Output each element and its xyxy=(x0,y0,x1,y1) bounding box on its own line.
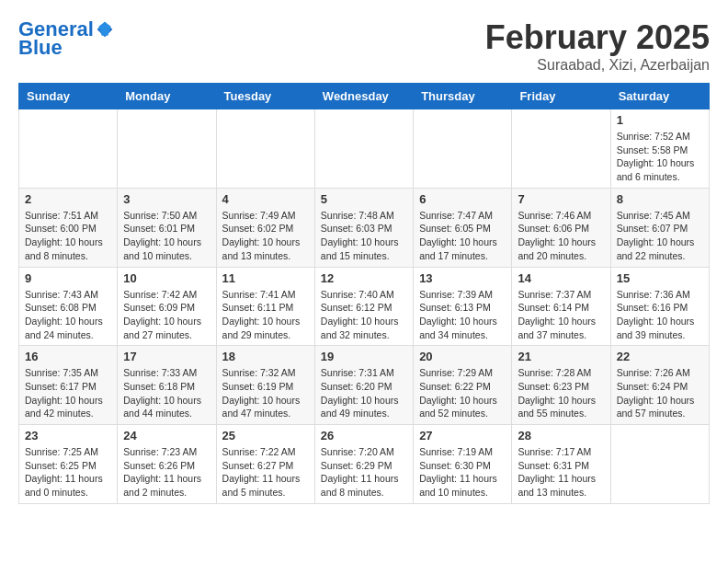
day-number: 23 xyxy=(25,429,111,442)
day-info: Sunrise: 7:19 AM Sunset: 6:30 PM Dayligh… xyxy=(419,445,506,500)
calendar-cell: 19Sunrise: 7:31 AM Sunset: 6:20 PM Dayli… xyxy=(314,346,413,425)
day-number: 22 xyxy=(617,350,703,363)
day-number: 9 xyxy=(25,271,111,285)
day-info: Sunrise: 7:50 AM Sunset: 6:01 PM Dayligh… xyxy=(123,209,210,263)
day-number: 5 xyxy=(321,192,407,206)
day-number: 27 xyxy=(419,429,506,442)
day-info: Sunrise: 7:32 AM Sunset: 6:19 PM Dayligh… xyxy=(222,366,309,420)
calendar-cell: 27Sunrise: 7:19 AM Sunset: 6:30 PM Dayli… xyxy=(414,425,512,504)
day-info: Sunrise: 7:26 AM Sunset: 6:24 PM Dayligh… xyxy=(617,366,703,420)
day-info: Sunrise: 7:28 AM Sunset: 6:23 PM Dayligh… xyxy=(518,366,604,420)
day-info: Sunrise: 7:37 AM Sunset: 6:14 PM Dayligh… xyxy=(518,288,604,342)
day-header-friday: Friday xyxy=(512,84,610,109)
day-number: 1 xyxy=(617,113,703,127)
day-number: 12 xyxy=(321,271,407,285)
calendar-cell: 23Sunrise: 7:25 AM Sunset: 6:25 PM Dayli… xyxy=(19,425,118,504)
day-info: Sunrise: 7:48 AM Sunset: 6:03 PM Dayligh… xyxy=(321,209,407,263)
day-info: Sunrise: 7:49 AM Sunset: 6:02 PM Dayligh… xyxy=(222,209,309,263)
day-number: 25 xyxy=(222,429,309,442)
calendar-cell: 5Sunrise: 7:48 AM Sunset: 6:03 PM Daylig… xyxy=(314,188,413,267)
calendar-cell xyxy=(512,109,610,189)
day-info: Sunrise: 7:47 AM Sunset: 6:05 PM Dayligh… xyxy=(419,209,506,263)
day-number: 4 xyxy=(222,192,309,206)
day-number: 18 xyxy=(222,350,309,363)
day-number: 17 xyxy=(123,350,210,363)
calendar-cell: 4Sunrise: 7:49 AM Sunset: 6:02 PM Daylig… xyxy=(216,188,314,267)
day-info: Sunrise: 7:51 AM Sunset: 6:00 PM Dayligh… xyxy=(25,209,111,263)
day-info: Sunrise: 7:41 AM Sunset: 6:11 PM Dayligh… xyxy=(222,288,309,342)
day-number: 19 xyxy=(321,350,407,363)
day-info: Sunrise: 7:17 AM Sunset: 6:31 PM Dayligh… xyxy=(518,445,604,500)
day-number: 24 xyxy=(123,429,210,442)
calendar-cell: 13Sunrise: 7:39 AM Sunset: 6:13 PM Dayli… xyxy=(414,267,512,346)
calendar-cell: 12Sunrise: 7:40 AM Sunset: 6:12 PM Dayli… xyxy=(314,267,413,346)
calendar-cell: 1Sunrise: 7:52 AM Sunset: 5:58 PM Daylig… xyxy=(610,109,709,189)
title-block: February 2025 Suraabad, Xizi, Azerbaijan xyxy=(485,18,710,74)
calendar-cell: 15Sunrise: 7:36 AM Sunset: 6:16 PM Dayli… xyxy=(610,267,709,346)
day-number: 20 xyxy=(419,350,506,363)
calendar-cell: 25Sunrise: 7:22 AM Sunset: 6:27 PM Dayli… xyxy=(216,425,314,504)
calendar-cell: 26Sunrise: 7:20 AM Sunset: 6:29 PM Dayli… xyxy=(314,425,413,504)
day-info: Sunrise: 7:31 AM Sunset: 6:20 PM Dayligh… xyxy=(321,366,407,420)
day-info: Sunrise: 7:20 AM Sunset: 6:29 PM Dayligh… xyxy=(321,445,407,500)
day-info: Sunrise: 7:35 AM Sunset: 6:17 PM Dayligh… xyxy=(25,366,111,420)
day-info: Sunrise: 7:39 AM Sunset: 6:13 PM Dayligh… xyxy=(419,288,506,342)
day-header-thursday: Thursday xyxy=(414,84,512,109)
day-info: Sunrise: 7:42 AM Sunset: 6:09 PM Dayligh… xyxy=(123,288,210,342)
day-header-monday: Monday xyxy=(118,84,216,109)
day-info: Sunrise: 7:23 AM Sunset: 6:26 PM Dayligh… xyxy=(123,445,210,500)
day-number: 7 xyxy=(518,192,604,206)
calendar-cell: 24Sunrise: 7:23 AM Sunset: 6:26 PM Dayli… xyxy=(118,425,216,504)
location-subtitle: Suraabad, Xizi, Azerbaijan xyxy=(485,57,710,74)
calendar-week-row: 16Sunrise: 7:35 AM Sunset: 6:17 PM Dayli… xyxy=(19,346,710,425)
calendar-cell: 9Sunrise: 7:43 AM Sunset: 6:08 PM Daylig… xyxy=(19,267,118,346)
calendar-cell: 7Sunrise: 7:46 AM Sunset: 6:06 PM Daylig… xyxy=(512,188,610,267)
day-header-tuesday: Tuesday xyxy=(216,84,314,109)
day-number: 26 xyxy=(321,429,407,442)
day-info: Sunrise: 7:36 AM Sunset: 6:16 PM Dayligh… xyxy=(617,288,703,342)
calendar-cell: 10Sunrise: 7:42 AM Sunset: 6:09 PM Dayli… xyxy=(118,267,216,346)
calendar-cell: 17Sunrise: 7:33 AM Sunset: 6:18 PM Dayli… xyxy=(118,346,216,425)
day-number: 3 xyxy=(123,192,210,206)
day-info: Sunrise: 7:52 AM Sunset: 5:58 PM Dayligh… xyxy=(617,130,703,184)
calendar-cell: 3Sunrise: 7:50 AM Sunset: 6:01 PM Daylig… xyxy=(118,188,216,267)
calendar-cell: 20Sunrise: 7:29 AM Sunset: 6:22 PM Dayli… xyxy=(414,346,512,425)
logo-icon xyxy=(96,20,114,39)
calendar-week-row: 9Sunrise: 7:43 AM Sunset: 6:08 PM Daylig… xyxy=(19,267,710,346)
calendar-table: SundayMondayTuesdayWednesdayThursdayFrid… xyxy=(18,83,710,504)
calendar-cell: 21Sunrise: 7:28 AM Sunset: 6:23 PM Dayli… xyxy=(512,346,610,425)
calendar-week-row: 2Sunrise: 7:51 AM Sunset: 6:00 PM Daylig… xyxy=(19,188,710,267)
calendar-cell xyxy=(314,109,413,189)
day-number: 10 xyxy=(123,271,210,285)
day-info: Sunrise: 7:45 AM Sunset: 6:07 PM Dayligh… xyxy=(617,209,703,263)
day-number: 6 xyxy=(419,192,506,206)
calendar-header-row: SundayMondayTuesdayWednesdayThursdayFrid… xyxy=(19,84,710,109)
calendar-cell: 16Sunrise: 7:35 AM Sunset: 6:17 PM Dayli… xyxy=(19,346,118,425)
calendar-cell: 11Sunrise: 7:41 AM Sunset: 6:11 PM Dayli… xyxy=(216,267,314,346)
calendar-cell xyxy=(19,109,118,189)
calendar-week-row: 1Sunrise: 7:52 AM Sunset: 5:58 PM Daylig… xyxy=(19,109,710,189)
day-number: 21 xyxy=(518,350,604,363)
day-info: Sunrise: 7:25 AM Sunset: 6:25 PM Dayligh… xyxy=(25,445,111,500)
calendar-cell xyxy=(414,109,512,189)
calendar-cell: 22Sunrise: 7:26 AM Sunset: 6:24 PM Dayli… xyxy=(610,346,709,425)
calendar-cell: 8Sunrise: 7:45 AM Sunset: 6:07 PM Daylig… xyxy=(610,188,709,267)
day-number: 16 xyxy=(25,350,111,363)
day-number: 2 xyxy=(25,192,111,206)
day-info: Sunrise: 7:40 AM Sunset: 6:12 PM Dayligh… xyxy=(321,288,407,342)
day-header-wednesday: Wednesday xyxy=(314,84,413,109)
calendar-cell: 28Sunrise: 7:17 AM Sunset: 6:31 PM Dayli… xyxy=(512,425,610,504)
logo-text2: Blue xyxy=(18,37,63,59)
day-info: Sunrise: 7:43 AM Sunset: 6:08 PM Dayligh… xyxy=(25,288,111,342)
calendar-cell xyxy=(216,109,314,189)
day-number: 28 xyxy=(518,429,604,442)
calendar-cell xyxy=(118,109,216,189)
calendar-cell: 14Sunrise: 7:37 AM Sunset: 6:14 PM Dayli… xyxy=(512,267,610,346)
day-info: Sunrise: 7:46 AM Sunset: 6:06 PM Dayligh… xyxy=(518,209,604,263)
calendar-cell: 2Sunrise: 7:51 AM Sunset: 6:00 PM Daylig… xyxy=(19,188,118,267)
calendar-cell: 18Sunrise: 7:32 AM Sunset: 6:19 PM Dayli… xyxy=(216,346,314,425)
day-number: 8 xyxy=(617,192,703,206)
calendar-cell xyxy=(610,425,709,504)
day-info: Sunrise: 7:33 AM Sunset: 6:18 PM Dayligh… xyxy=(123,366,210,420)
calendar-cell: 6Sunrise: 7:47 AM Sunset: 6:05 PM Daylig… xyxy=(414,188,512,267)
